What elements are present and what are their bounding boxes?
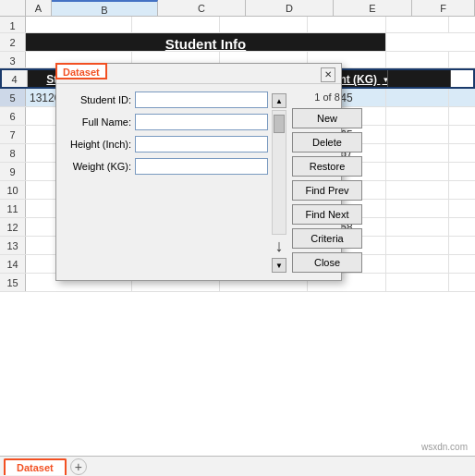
scroll-track[interactable] bbox=[272, 110, 286, 235]
watermark: wsxdn.com bbox=[421, 442, 468, 452]
close-icon[interactable]: ✕ bbox=[321, 67, 335, 82]
title-row[interactable]: 2 Student Info bbox=[0, 33, 475, 52]
cell[interactable] bbox=[386, 218, 449, 236]
cell[interactable] bbox=[386, 17, 449, 32]
cell[interactable] bbox=[386, 274, 449, 291]
row-num: 9 bbox=[0, 163, 26, 180]
student-id-row: Student ID: bbox=[62, 92, 268, 108]
sheet-tab-dataset[interactable]: Dataset bbox=[4, 458, 67, 475]
row-num: 11 bbox=[0, 200, 26, 217]
scroll-thumb[interactable] bbox=[274, 115, 285, 133]
cell[interactable] bbox=[220, 17, 308, 32]
row-num: 4 bbox=[2, 70, 28, 87]
dialog-title-badge: Dataset bbox=[55, 63, 107, 79]
table-row[interactable]: 1 bbox=[0, 17, 475, 33]
col-header-f[interactable]: F bbox=[412, 0, 475, 16]
corner-cell bbox=[0, 0, 26, 16]
spreadsheet: A B C D E F 1 2 Student Info 3 bbox=[0, 0, 475, 476]
close-button[interactable]: Close bbox=[292, 252, 362, 273]
row-num: 6 bbox=[0, 107, 26, 125]
dataset-dialog: Dataset ? ✕ Student ID: Full Name: bbox=[55, 63, 342, 281]
cell[interactable] bbox=[26, 17, 132, 32]
criteria-button[interactable]: Criteria bbox=[292, 228, 362, 249]
dialog-controls: ✕ bbox=[321, 67, 335, 82]
col-header-c[interactable]: C bbox=[158, 0, 246, 16]
title-cell[interactable]: Student Info bbox=[26, 33, 386, 51]
cell[interactable] bbox=[386, 144, 449, 162]
height-label: Height (Inch): bbox=[62, 139, 131, 150]
dialog-form: Student ID: Full Name: Height (Inch): We… bbox=[62, 92, 268, 273]
delete-button[interactable]: Delete bbox=[292, 132, 362, 153]
row-num: 10 bbox=[0, 181, 26, 199]
find-next-button[interactable]: Find Next bbox=[292, 204, 362, 225]
col-header-e[interactable]: E bbox=[334, 0, 412, 16]
weight-input[interactable] bbox=[135, 158, 268, 175]
record-info: 1 of 8 bbox=[292, 92, 362, 103]
cell[interactable] bbox=[386, 163, 449, 180]
tab-bar: Dataset + bbox=[0, 456, 475, 476]
row-num: 2 bbox=[0, 33, 26, 51]
restore-button[interactable]: Restore bbox=[292, 156, 362, 177]
weight-row: Weight (KG): bbox=[62, 158, 268, 175]
scroll-up-btn[interactable]: ▲ bbox=[272, 93, 286, 108]
cell[interactable] bbox=[386, 126, 449, 143]
new-button[interactable]: New bbox=[292, 108, 362, 128]
col-header-b[interactable]: B bbox=[52, 0, 158, 16]
column-headers: A B C D E F bbox=[0, 0, 475, 17]
scroll-arrow-down[interactable]: ↓ bbox=[275, 237, 284, 256]
cell[interactable] bbox=[386, 255, 449, 273]
cell[interactable] bbox=[386, 89, 449, 106]
row-num: 3 bbox=[0, 52, 26, 67]
header-cell-empty[interactable] bbox=[388, 70, 451, 87]
full-name-input[interactable] bbox=[135, 114, 268, 130]
cell[interactable] bbox=[132, 17, 220, 32]
full-name-row: Full Name: bbox=[62, 114, 268, 130]
add-sheet-button[interactable]: + bbox=[70, 458, 87, 475]
col-header-d[interactable]: D bbox=[246, 0, 334, 16]
cell[interactable] bbox=[386, 107, 449, 125]
cell[interactable] bbox=[386, 52, 449, 67]
row-num: 12 bbox=[0, 218, 26, 236]
row-num: 1 bbox=[0, 17, 26, 32]
student-id-label: Student ID: bbox=[62, 94, 131, 105]
height-input[interactable] bbox=[135, 136, 268, 153]
cell[interactable] bbox=[386, 181, 449, 199]
cell[interactable] bbox=[308, 17, 386, 32]
full-name-label: Full Name: bbox=[62, 116, 131, 128]
find-prev-button[interactable]: Find Prev bbox=[292, 180, 362, 201]
weight-label: Weight (KG): bbox=[62, 161, 131, 172]
row-num: 5 bbox=[0, 89, 26, 106]
row-num: 7 bbox=[0, 126, 26, 143]
col-header-a[interactable]: A bbox=[26, 0, 52, 16]
dialog-body: Student ID: Full Name: Height (Inch): We… bbox=[56, 84, 341, 280]
row-num: 8 bbox=[0, 144, 26, 162]
cell[interactable] bbox=[386, 237, 449, 254]
cell[interactable] bbox=[386, 200, 449, 217]
dialog-scrollbar[interactable]: ▲ ↓ ▼ bbox=[272, 92, 286, 273]
scroll-down-btn[interactable]: ▼ bbox=[272, 258, 286, 273]
row-num: 13 bbox=[0, 237, 26, 254]
dialog-actions: 1 of 8 New Delete Restore Find Prev Find… bbox=[292, 92, 362, 273]
student-id-input[interactable] bbox=[135, 92, 268, 108]
row-num: 14 bbox=[0, 255, 26, 273]
height-row: Height (Inch): bbox=[62, 136, 268, 153]
row-num: 15 bbox=[0, 274, 26, 291]
